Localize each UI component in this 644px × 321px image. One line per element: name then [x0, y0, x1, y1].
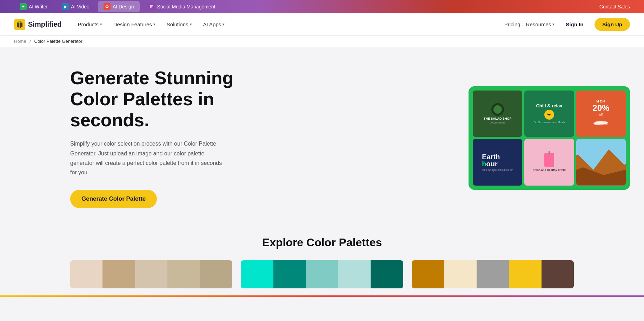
swatch-3-4: [509, 260, 541, 288]
palette-card-2[interactable]: [241, 260, 403, 288]
sign-in-button[interactable]: Sign In: [560, 19, 589, 30]
nav-pricing[interactable]: Pricing: [504, 21, 520, 27]
social-icon: ⊞: [148, 3, 155, 10]
aiwriter-label: AI Writer: [29, 4, 48, 9]
shoe-icon: [592, 118, 610, 126]
nav-resources-label: Resources: [526, 21, 551, 27]
breadcrumb: Home / Color Palette Generator: [0, 36, 644, 47]
logo-text: Simplified: [28, 20, 62, 28]
swatch-2-5: [371, 260, 403, 288]
banner-tab-aidesign[interactable]: ✿ AI Design: [98, 1, 140, 12]
collage-cell-desert: [576, 139, 626, 186]
swatch-2-2: [273, 260, 306, 288]
swatch-3-3: [477, 260, 509, 288]
salad-label: THE SALAD SHOP: [484, 117, 512, 121]
hero-image: THE SALAD SHOP ORDER NOW Chill & relax ☀…: [469, 86, 630, 190]
hero-description: Simplify your color selection process wi…: [70, 139, 225, 177]
swatch-2-4: [338, 260, 371, 288]
chevron-down-icon: ▾: [100, 22, 102, 27]
banner-tab-aiwriter[interactable]: ✦ AI Writer: [14, 1, 53, 12]
nav-design-features[interactable]: Design Features ▾: [108, 19, 160, 30]
drink-label: Fresh and Healthy drink!: [533, 168, 566, 172]
nav-solutions-label: Solutions: [167, 21, 188, 27]
salad-sublabel: ORDER NOW: [484, 121, 512, 124]
nav-products[interactable]: Products ▾: [73, 19, 107, 30]
swatch-1-3: [135, 260, 167, 288]
social-label: Social Media Management: [157, 4, 215, 9]
logo-icon: [14, 19, 25, 30]
chevron-down-icon: ▾: [190, 22, 192, 27]
aivideo-label: AI Video: [71, 4, 89, 9]
palette-row: [14, 260, 630, 288]
contact-sales-link[interactable]: Contact Sales: [599, 4, 630, 9]
nav-solutions[interactable]: Solutions ▾: [162, 19, 197, 30]
collage-cell-earth: Earthhour Turn the lights off at 8:30 pm: [473, 139, 522, 186]
collage-cell-shoe: MEN 20% off: [576, 91, 626, 137]
breadcrumb-home[interactable]: Home: [14, 39, 26, 44]
generate-palette-button[interactable]: Generate Color Palette: [70, 190, 157, 208]
bottom-accent: [0, 295, 644, 297]
chevron-down-icon: ▾: [552, 22, 555, 27]
nav-resources[interactable]: Resources ▾: [526, 21, 555, 27]
collage-cell-drink: Fresh and Healthy drink!: [524, 139, 574, 186]
hero-section: Generate Stunning Color Palettes in seco…: [0, 47, 644, 222]
banner-tabs: ✦ AI Writer ▶ AI Video ✿ AI Design ⊞ Soc…: [14, 1, 221, 12]
swatch-2-3: [306, 260, 338, 288]
nav-links: Products ▾ Design Features ▾ Solutions ▾…: [73, 19, 230, 30]
aidesign-label: AI Design: [113, 4, 134, 9]
aivideo-icon: ▶: [62, 3, 69, 10]
swatch-3-2: [444, 260, 476, 288]
aiwriter-icon: ✦: [20, 3, 27, 10]
nav-ai-apps[interactable]: AI Apps ▾: [198, 19, 230, 30]
chevron-down-icon: ▾: [223, 22, 225, 27]
main-nav: Simplified Products ▾ Design Features ▾ …: [0, 13, 644, 36]
shoe-label: 20%: [592, 103, 610, 113]
collage: THE SALAD SHOP ORDER NOW Chill & relax ☀…: [469, 86, 630, 190]
swatch-3-1: [412, 260, 444, 288]
nav-ai-apps-label: AI Apps: [203, 21, 221, 27]
explore-title: Explore Color Palettes: [14, 236, 630, 249]
shoe-sublabel: off: [592, 113, 610, 116]
hero-content: Generate Stunning Color Palettes in seco…: [70, 68, 253, 208]
banner-tab-aivideo[interactable]: ▶ AI Video: [56, 1, 95, 12]
explore-section: Explore Color Palettes: [0, 222, 644, 295]
palette-card-3[interactable]: [412, 260, 574, 288]
swatch-1-2: [102, 260, 135, 288]
nav-right: Pricing Resources ▾ Sign In Sign Up: [504, 18, 630, 31]
logo[interactable]: Simplified: [14, 19, 62, 30]
banner-tab-social[interactable]: ⊞ Social Media Management: [142, 1, 221, 12]
swatch-1-5: [200, 260, 232, 288]
chill-sublabel: On Stress awareness Month: [534, 121, 565, 124]
nav-products-label: Products: [78, 21, 99, 27]
aidesign-icon: ✿: [104, 3, 111, 10]
top-banner: ✦ AI Writer ▶ AI Video ✿ AI Design ⊞ Soc…: [0, 0, 644, 13]
earth-sublabel: Turn the lights off at 8:30 pm: [482, 169, 513, 171]
nav-design-features-label: Design Features: [113, 21, 152, 27]
chevron-down-icon: ▾: [153, 22, 155, 27]
desert-icon: [576, 139, 626, 186]
swatch-2-1: [241, 260, 273, 288]
sign-up-button[interactable]: Sign Up: [595, 18, 630, 31]
breadcrumb-current: Color Palette Generator: [34, 39, 82, 44]
swatch-1-4: [167, 260, 200, 288]
collage-cell-salad: THE SALAD SHOP ORDER NOW: [473, 91, 522, 137]
swatch-1-1: [70, 260, 102, 288]
breadcrumb-separator: /: [29, 39, 31, 44]
chill-label: Chill & relax: [534, 103, 565, 108]
swatch-3-5: [542, 260, 574, 288]
collage-cell-chill: Chill & relax ☀ On Stress awareness Mont…: [524, 91, 574, 137]
hero-title: Generate Stunning Color Palettes in seco…: [70, 68, 253, 131]
palette-card-1[interactable]: [70, 260, 232, 288]
